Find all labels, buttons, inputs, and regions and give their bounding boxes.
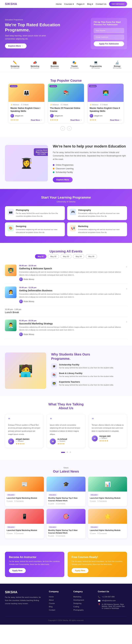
why-desc-2: Far far away behind the word there is a … <box>59 375 114 378</box>
read-more-3[interactable]: Read More → <box>110 119 122 121</box>
test-name-1: abigail damien <box>16 438 29 440</box>
next-dot[interactable]: › <box>67 126 72 131</box>
cat-marketing[interactable]: 📣 Marketing 30 Courses <box>31 60 39 69</box>
news-card-2[interactable]: 🎓 Education Monthly Digital Startup Top … <box>46 477 86 506</box>
event-image-1: 👨‍🏫 <box>5 264 16 276</box>
stars-1: ★★★★★ <box>10 119 19 121</box>
marketing-icon: 📣 <box>31 60 39 64</box>
programme-icon-1: 📷 <box>7 209 14 215</box>
why-title-1: Scholarship Facility <box>59 364 114 366</box>
nav-contact[interactable]: Contact Us <box>96 3 106 5</box>
programme-card-1[interactable]: 📷 Photography Far far away behind the wo… <box>5 206 65 220</box>
cat-theater[interactable]: 🎭 Theater 30 Courses <box>70 60 79 69</box>
programme-card-3[interactable]: 🎨 Designing Consectetur adipiscing elit … <box>5 222 65 236</box>
email-input[interactable] <box>94 35 124 40</box>
courses-title-main: Top Populer <box>50 79 70 82</box>
explore-more-button[interactable]: Explore More <box>53 177 73 182</box>
theater-count: 30 Courses <box>70 67 79 69</box>
news-img-1: 📰 <box>5 477 44 492</box>
prev-dot[interactable]: ‹ <box>60 126 65 131</box>
course-image-2: Advance 📚 <box>48 84 84 102</box>
news-date-5: 5 Lorem <box>48 535 54 537</box>
business-name: Business <box>50 65 59 67</box>
event-arrow-4[interactable]: › <box>126 320 127 323</box>
news-card-5[interactable]: 🎯 Education Monthly Digital Startup Top … <box>46 509 86 538</box>
cat-link-photography[interactable]: Photography <box>73 608 93 612</box>
news-meta-4: 5 Lorem 5 Comments <box>6 532 42 534</box>
nav-courses[interactable]: Courses ▾ <box>64 3 74 5</box>
tab-may02[interactable]: May 02 <box>48 254 59 258</box>
read-more-2[interactable]: Read More → <box>70 119 82 121</box>
programme-card-2[interactable]: 🎮 Videography Consectetur adipiscing eli… <box>67 206 127 220</box>
company-link-contact[interactable]: Contact <box>49 608 68 612</box>
test-dot-1[interactable] <box>67 452 68 453</box>
footer: SIKSHA Far far away, behind the word mou… <box>0 584 132 625</box>
free-courses-apply-button[interactable]: Apply Now <box>72 568 88 573</box>
company-link-about[interactable]: About <box>49 598 68 602</box>
read-more-1[interactable]: Read More → <box>31 119 42 121</box>
hero-title: We're Top Rated Education Programme. <box>5 22 86 32</box>
course-footer-3: ★★★★ Read More → <box>90 119 122 121</box>
cat-link-designing[interactable]: Designing <box>73 602 93 605</box>
event-time-1: 09:00 am - 10:30 am <box>19 264 124 266</box>
apply-button[interactable]: Apply For Admission <box>94 41 124 46</box>
free-courses-cta: Free Courses Ready! Far far away, behind… <box>68 552 127 577</box>
event-title-3: Lunch Break <box>5 311 127 314</box>
events-section: Upcoming All Events May 01 May 02 May 03… <box>0 243 132 346</box>
course-meta-3: ⚡ Advance ⏱ 3 Week <box>90 104 122 106</box>
tab-may03[interactable]: May 03 <box>60 254 72 258</box>
news-card-6[interactable]: 🌟 Education Launched Higher Marketing Mo… <box>88 509 127 538</box>
news-title-2: Monthly Digital Startup Top 5 New Course… <box>48 497 84 502</box>
test-stars-1: ★★★★★ <box>16 442 29 445</box>
cat-link-marketing[interactable]: Marketing <box>73 595 93 598</box>
why-desc-1: Far far away behind the word there is a … <box>59 366 114 369</box>
event-arrow-1[interactable]: › <box>126 265 127 268</box>
course-image-1: Advance 👩‍👩‍👧 <box>8 84 44 102</box>
company-link-course[interactable]: Course <box>49 602 68 605</box>
test-stars-3: ★★★★★ <box>99 440 111 442</box>
event-time-4: 01:00 pm - 03:30 pm <box>19 320 124 322</box>
instructor-apply-button[interactable]: Apply Now <box>9 568 26 573</box>
cat-business[interactable]: 💼 Business 30 Courses <box>50 60 59 69</box>
test-dot-active[interactable] <box>61 452 65 453</box>
tab-may05[interactable]: May 05 <box>86 254 97 258</box>
nav-blog[interactable]: Blog ▾ <box>87 3 93 5</box>
news-card-4[interactable]: 📱 Education Launched Digital Marketing M… <box>5 509 44 538</box>
cat-programming[interactable]: 💻 Programming 30 Courses <box>90 60 102 69</box>
cat-designing[interactable]: ✏️ Designing 30 Courses <box>10 60 19 69</box>
cat-biology[interactable]: 🔬 Biology 30 Courses <box>113 60 122 69</box>
news-card-3[interactable]: 📊 Education Launched Higher Marketing Mo… <box>88 477 127 506</box>
event-arrow-2[interactable]: › <box>126 287 127 290</box>
tab-may01[interactable]: May 01 <box>35 254 46 258</box>
course-badge-1: Advance <box>10 85 17 87</box>
news-meta-5: 5 Lorem 5 Comments <box>48 535 84 537</box>
news-img-4: 📱 <box>5 509 44 524</box>
event-item-1: 👨‍🏫 09:00 am - 10:30 am Gathering & Welc… <box>5 262 127 284</box>
nav-pages[interactable]: Pages ▾ <box>77 3 84 5</box>
news-img-2: 🎓 <box>46 477 86 492</box>
news-title-main: Our Latest <box>53 470 70 473</box>
course-meta-2: ⚡ Advance ⏱ 3 Week <box>50 104 82 106</box>
courses-title-accent: Course <box>70 79 82 82</box>
course-card-2: Advance 📚 ⚡ Advance ⏱ 3 Week The Basis O… <box>48 84 84 123</box>
instructor-desc: Far far away, behind the word mountains,… <box>9 560 60 566</box>
company-link-home[interactable]: Home <box>49 595 68 598</box>
nav-home[interactable]: Home <box>56 3 62 5</box>
programme-content-2: Videography Consectetur adipiscing elit … <box>78 209 125 218</box>
cat-link-coding[interactable]: Coding <box>73 605 93 608</box>
stars-3: ★★★★ <box>90 119 96 121</box>
name-input[interactable] <box>94 28 124 33</box>
programme-card-4[interactable]: 📢 Marketing Consectetur adipiscing elit … <box>67 222 127 236</box>
company-link-blog[interactable]: Blog <box>49 605 68 608</box>
feature-2-dot <box>53 168 54 170</box>
news-card-1[interactable]: 📰 Education Launched Digital Marketing M… <box>5 477 44 506</box>
test-text-2: Ipsum dolor sit amet consectetur adipisc… <box>50 424 82 436</box>
contact-phone: 📞 +1 234-567-890 <box>98 595 127 599</box>
admission-button[interactable]: Get Admission <box>109 2 127 6</box>
cat-link-development[interactable]: Development <box>73 598 93 602</box>
avatar-3: A <box>90 114 93 118</box>
test-dot-2[interactable] <box>70 452 71 453</box>
tab-may04[interactable]: May 04 <box>73 254 84 258</box>
explore-button[interactable]: Explore More → <box>5 44 26 48</box>
hero-tag: Education Programme <box>5 19 86 21</box>
